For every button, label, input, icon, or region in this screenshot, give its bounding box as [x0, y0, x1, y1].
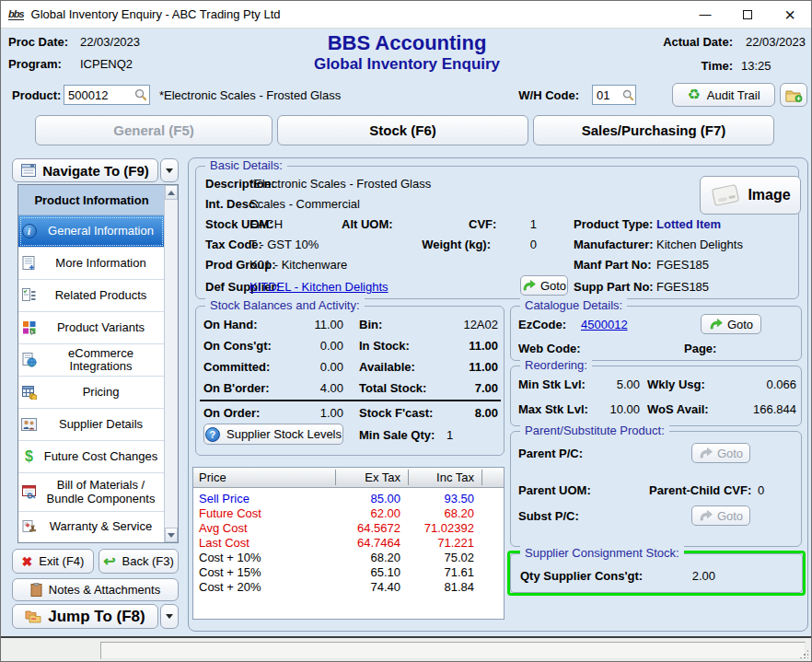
table-row[interactable]: Future Cost62.0068.20 [193, 505, 504, 520]
close-button[interactable]: × [769, 1, 811, 29]
on-consgt-value: 0.00 [270, 339, 343, 353]
table-row[interactable]: Avg Cost64.567271.02392 [193, 520, 504, 535]
qty-supplier-consgt-label: Qty Supplier Cons'gt: [520, 569, 643, 583]
jump-to-button[interactable]: Jump To (F8) [12, 604, 158, 629]
navigate-to-label: Navigate To (F9) [42, 163, 149, 179]
table-row[interactable]: Cost + 10%68.2075.02 [193, 550, 504, 564]
sidebar-item-label: Related Products [55, 289, 147, 302]
int-desc-value: Scales - Commercial [249, 197, 360, 211]
wos-avail-value: 166.844 [723, 402, 796, 416]
time-label: Time: [632, 59, 733, 73]
parent-child-cvf-value: 0 [758, 483, 764, 497]
close-icon: × [784, 5, 795, 26]
def-supplier-goto-button[interactable]: Goto [520, 275, 568, 296]
supplier-stock-levels-button[interactable]: ? Supplier Stock Levels [203, 424, 343, 445]
sidebar-item-related-products[interactable]: Related Products [18, 280, 165, 312]
sidebar-item-pricing[interactable]: Pricing [18, 377, 165, 409]
screen-title: Global Inventory Enquiry [223, 55, 591, 74]
basic-details-title: Basic Details: [205, 158, 287, 172]
notes-attachments-button[interactable]: Notes & Attachments [12, 578, 179, 601]
on-border-label: On B'order: [203, 381, 270, 395]
wh-code-input[interactable] [593, 88, 622, 102]
tab-general[interactable]: General (F5) [35, 115, 273, 145]
sidebar-item-bill-of-materials[interactable]: Bill of Materials / Bundle Components [18, 473, 165, 512]
exit-label: Exit (F4) [39, 554, 84, 568]
product-code-input[interactable] [64, 88, 134, 102]
navigate-to-button[interactable]: Navigate To (F9) [12, 158, 158, 182]
available-label: Available: [359, 360, 415, 374]
product-type-label: Product Type: [574, 217, 653, 231]
weight-value: 0 [472, 238, 537, 251]
sidebar-item-warranty-service[interactable]: Warranty & Service [18, 512, 165, 542]
price-table: Price Ex Tax Inc Tax Sell Price85.0093.5… [192, 467, 505, 620]
parent-child-cvf-label: Parent-Child CVF: [649, 483, 751, 497]
table-row[interactable]: Cost + 20%74.4081.84 [193, 579, 504, 594]
tab-stock[interactable]: Stock (F6) [277, 115, 528, 145]
on-hand-label: On Hand: [203, 318, 258, 331]
sidebar-item-product-variants[interactable]: Product Variants [18, 312, 165, 344]
catalogue-title: Catalogue Details: [520, 298, 627, 312]
navigate-dropdown-button[interactable] [160, 158, 179, 182]
proc-date-label: Proc Date: [8, 35, 68, 49]
minimize-button[interactable]: — [684, 1, 726, 29]
app-logo-icon: bbs [8, 9, 24, 20]
table-row[interactable]: Last Cost64.746471.221 [193, 535, 504, 550]
bom-window-icon [20, 484, 38, 501]
maximize-button[interactable] [726, 1, 769, 29]
exit-button[interactable]: ✖ Exit (F4) [12, 549, 94, 574]
maximize-icon [743, 10, 752, 19]
ezcode-link[interactable]: 4500012 [581, 318, 628, 331]
add-folder-button[interactable] [780, 83, 807, 107]
image-button[interactable]: Image [700, 176, 801, 215]
back-button[interactable]: ↩ Back (F3) [99, 549, 179, 574]
subst-goto-button[interactable]: Goto [691, 505, 750, 526]
sidebar-item-ecommerce-integrations[interactable]: eCommerce Integrations [18, 344, 165, 377]
jump-dropdown-button[interactable] [160, 604, 179, 629]
def-supplier-link[interactable]: KITDEL - Kitchen Delights [249, 280, 389, 294]
sidebar-item-more-information[interactable]: More Information [18, 248, 165, 280]
sidebar-item-general-information[interactable]: i General Information [18, 215, 165, 248]
parent-uom-label: Parent UOM: [518, 483, 591, 497]
parent-goto-button[interactable]: Goto [691, 443, 750, 463]
committed-label: Committed: [203, 360, 270, 374]
sidebar-item-supplier-details[interactable]: Supplier Details [18, 409, 165, 441]
search-icon[interactable] [622, 89, 634, 101]
sidebar-item-label: More Information [55, 257, 145, 270]
on-border-value: 4.00 [270, 381, 343, 395]
min-stk-label: Min Stk Lvl: [518, 377, 586, 391]
jump-to-label: Jump To (F8) [48, 608, 145, 626]
prod-group-value: K01 - Kitchenware [249, 258, 347, 272]
scroll-up-button[interactable] [165, 185, 178, 200]
globe-document-icon [20, 352, 38, 368]
tab-sales-purchasing[interactable]: Sales/Purchasing (F7) [533, 115, 774, 145]
committed-value: 0.00 [270, 360, 343, 374]
description-value: *Electronic Scales - Frosted Glass [249, 177, 431, 191]
min-sale-qty-value: 1 [447, 428, 453, 442]
product-code-field[interactable] [64, 85, 150, 105]
chevron-down-icon [166, 168, 173, 173]
table-row[interactable]: Cost + 15%65.1071.61 [193, 564, 504, 579]
consignment-title: Supplier Consignment Stock: [520, 546, 684, 560]
goto-label: Goto [727, 318, 753, 331]
search-icon[interactable] [134, 88, 147, 101]
audit-trail-button[interactable]: ♻ Audit Trail [672, 83, 775, 107]
reordering-group: Reordering: Min Stk Lvl: 5.00 Wkly Usg: … [510, 366, 802, 426]
sidebar-item-future-cost-changes[interactable]: $ Future Cost Changes [18, 441, 165, 473]
recycle-icon: ♻ [687, 87, 700, 102]
nav-scrollbar[interactable] [164, 185, 178, 542]
scroll-down-button[interactable] [165, 528, 178, 542]
page-label: Page: [684, 342, 716, 355]
min-sale-qty-label: Min Sale Qty: [359, 428, 435, 442]
wh-code-label: W/H Code: [498, 88, 579, 102]
notes-label: Notes & Attachments [49, 583, 160, 597]
table-row[interactable]: Sell Price85.0093.50 [193, 491, 504, 505]
time-value: 13:25 [741, 59, 771, 73]
ezcode-goto-button[interactable]: Goto [701, 314, 761, 334]
manf-part-value: FGES185 [656, 258, 709, 272]
in-stock-label: In Stock: [359, 339, 410, 353]
sidebar-item-label: Bill of Materials / Bundle Components [39, 479, 163, 505]
status-message-field [100, 642, 806, 659]
wh-code-field[interactable] [592, 85, 636, 105]
parent-substitute-group: Parent/Substitute Product: Parent P/C: G… [510, 431, 802, 547]
goto-label: Goto [717, 509, 743, 523]
